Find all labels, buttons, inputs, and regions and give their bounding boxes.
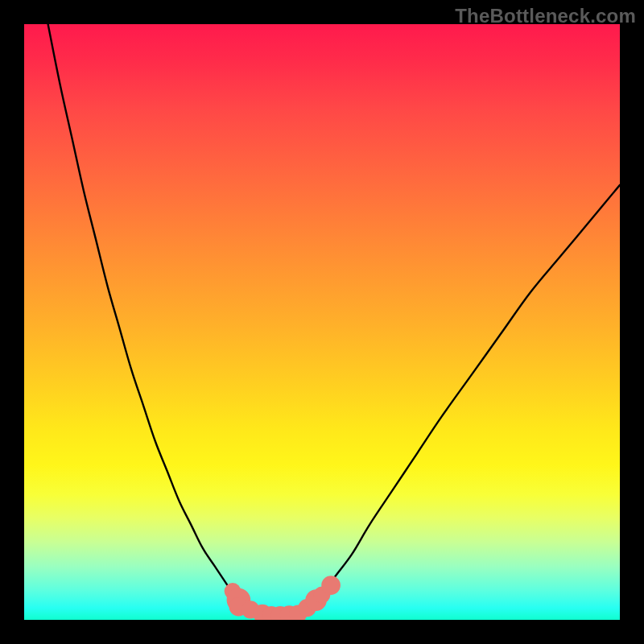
data-marker <box>321 576 341 595</box>
curve-right-curve <box>304 185 620 613</box>
curve-layer <box>48 24 620 616</box>
marker-layer <box>225 576 341 620</box>
plot-area <box>24 24 620 620</box>
curve-left-curve <box>48 24 262 614</box>
watermark-text: TheBottleneck.com <box>455 5 636 27</box>
chart-frame: TheBottleneck.com <box>0 0 644 644</box>
chart-svg <box>24 24 620 620</box>
